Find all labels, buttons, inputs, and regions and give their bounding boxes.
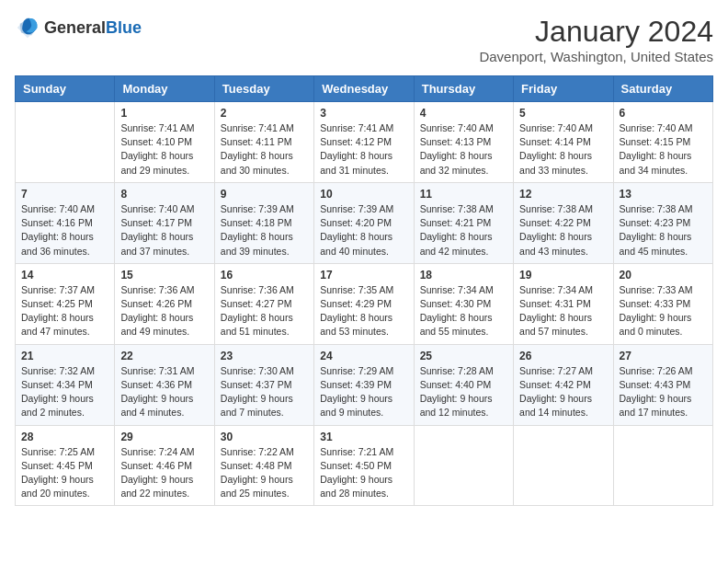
day-detail: Sunrise: 7:39 AMSunset: 4:18 PMDaylight:… (221, 202, 308, 259)
day-number: 23 (221, 350, 308, 362)
day-header-saturday: Saturday (613, 76, 712, 102)
day-number: 22 (120, 350, 208, 362)
day-detail: Sunrise: 7:29 AMSunset: 4:39 PMDaylight:… (320, 364, 407, 420)
day-detail: Sunrise: 7:37 AMSunset: 4:25 PMDaylight:… (21, 283, 108, 339)
day-cell: 28Sunrise: 7:25 AMSunset: 4:45 PMDayligh… (16, 425, 115, 506)
day-number: 13 (620, 188, 707, 201)
day-cell: 8Sunrise: 7:40 AMSunset: 4:17 PMDaylight… (115, 182, 214, 263)
day-cell: 29Sunrise: 7:24 AMSunset: 4:46 PMDayligh… (115, 425, 214, 506)
day-number: 30 (221, 431, 308, 443)
day-cell (613, 425, 712, 506)
day-cell (514, 425, 613, 506)
day-number: 17 (320, 269, 407, 282)
day-header-thursday: Thursday (414, 76, 513, 102)
day-number: 2 (221, 107, 308, 120)
day-header-friday: Friday (514, 76, 613, 102)
day-cell: 15Sunrise: 7:36 AMSunset: 4:26 PMDayligh… (115, 263, 214, 344)
day-detail: Sunrise: 7:41 AMSunset: 4:10 PMDaylight:… (120, 121, 208, 178)
logo-text: GeneralBlue (44, 18, 142, 38)
day-cell: 31Sunrise: 7:21 AMSunset: 4:50 PMDayligh… (314, 425, 414, 506)
day-detail: Sunrise: 7:40 AMSunset: 4:14 PMDaylight:… (519, 121, 607, 178)
day-number: 19 (519, 269, 607, 282)
day-detail: Sunrise: 7:40 AMSunset: 4:13 PMDaylight:… (420, 121, 507, 178)
day-detail: Sunrise: 7:35 AMSunset: 4:29 PMDaylight:… (320, 283, 407, 339)
day-cell: 9Sunrise: 7:39 AMSunset: 4:18 PMDaylight… (214, 182, 313, 263)
calendar-table: SundayMondayTuesdayWednesdayThursdayFrid… (15, 75, 713, 506)
week-row-2: 7Sunrise: 7:40 AMSunset: 4:16 PMDaylight… (16, 182, 713, 263)
calendar-header: SundayMondayTuesdayWednesdayThursdayFrid… (16, 76, 713, 102)
day-cell: 10Sunrise: 7:39 AMSunset: 4:20 PMDayligh… (314, 182, 414, 263)
day-cell: 7Sunrise: 7:40 AMSunset: 4:16 PMDaylight… (16, 182, 115, 263)
day-cell: 20Sunrise: 7:33 AMSunset: 4:33 PMDayligh… (613, 263, 712, 344)
week-row-3: 14Sunrise: 7:37 AMSunset: 4:25 PMDayligh… (16, 263, 713, 344)
day-cell: 19Sunrise: 7:34 AMSunset: 4:31 PMDayligh… (514, 263, 613, 344)
day-number: 3 (320, 107, 407, 120)
day-detail: Sunrise: 7:25 AMSunset: 4:45 PMDaylight:… (21, 445, 108, 501)
logo-blue: Blue (106, 18, 142, 37)
day-cell: 24Sunrise: 7:29 AMSunset: 4:39 PMDayligh… (314, 344, 414, 425)
day-header-sunday: Sunday (16, 76, 115, 102)
day-number: 9 (221, 188, 308, 201)
day-header-tuesday: Tuesday (214, 76, 313, 102)
day-cell: 6Sunrise: 7:40 AMSunset: 4:15 PMDaylight… (613, 102, 712, 183)
day-detail: Sunrise: 7:32 AMSunset: 4:34 PMDaylight:… (21, 364, 108, 420)
day-cell: 4Sunrise: 7:40 AMSunset: 4:13 PMDaylight… (414, 102, 513, 183)
day-cell: 23Sunrise: 7:30 AMSunset: 4:37 PMDayligh… (214, 344, 313, 425)
day-cell: 12Sunrise: 7:38 AMSunset: 4:22 PMDayligh… (514, 182, 613, 263)
day-cell: 11Sunrise: 7:38 AMSunset: 4:21 PMDayligh… (414, 182, 513, 263)
calendar-body: 1Sunrise: 7:41 AMSunset: 4:10 PMDaylight… (16, 102, 713, 506)
day-number: 8 (120, 188, 208, 201)
day-number: 28 (21, 431, 108, 443)
day-detail: Sunrise: 7:27 AMSunset: 4:42 PMDaylight:… (519, 364, 607, 420)
day-number: 15 (120, 269, 208, 282)
week-row-4: 21Sunrise: 7:32 AMSunset: 4:34 PMDayligh… (16, 344, 713, 425)
day-number: 27 (620, 350, 707, 362)
day-number: 31 (320, 431, 407, 443)
day-number: 25 (420, 350, 507, 362)
day-cell: 30Sunrise: 7:22 AMSunset: 4:48 PMDayligh… (214, 425, 313, 506)
month-title: January 2024 (479, 15, 713, 49)
day-number: 24 (320, 350, 407, 362)
day-cell: 17Sunrise: 7:35 AMSunset: 4:29 PMDayligh… (314, 263, 414, 344)
day-detail: Sunrise: 7:40 AMSunset: 4:15 PMDaylight:… (620, 121, 707, 178)
day-cell: 25Sunrise: 7:28 AMSunset: 4:40 PMDayligh… (414, 344, 513, 425)
day-number: 7 (21, 188, 108, 201)
week-row-1: 1Sunrise: 7:41 AMSunset: 4:10 PMDaylight… (16, 102, 713, 183)
logo: GeneralBlue (15, 15, 142, 40)
day-header-monday: Monday (115, 76, 214, 102)
day-detail: Sunrise: 7:38 AMSunset: 4:23 PMDaylight:… (620, 202, 707, 259)
day-cell: 26Sunrise: 7:27 AMSunset: 4:42 PMDayligh… (514, 344, 613, 425)
day-detail: Sunrise: 7:26 AMSunset: 4:43 PMDaylight:… (620, 364, 707, 420)
day-cell: 3Sunrise: 7:41 AMSunset: 4:12 PMDaylight… (314, 102, 414, 183)
day-detail: Sunrise: 7:40 AMSunset: 4:17 PMDaylight:… (120, 202, 208, 259)
day-number: 11 (420, 188, 507, 201)
day-number: 18 (420, 269, 507, 282)
day-number: 14 (21, 269, 108, 282)
day-detail: Sunrise: 7:33 AMSunset: 4:33 PMDaylight:… (620, 283, 707, 339)
day-cell: 18Sunrise: 7:34 AMSunset: 4:30 PMDayligh… (414, 263, 513, 344)
day-number: 29 (120, 431, 208, 443)
day-detail: Sunrise: 7:22 AMSunset: 4:48 PMDaylight:… (221, 445, 308, 501)
day-detail: Sunrise: 7:39 AMSunset: 4:20 PMDaylight:… (320, 202, 407, 259)
day-cell (16, 102, 115, 183)
day-cell: 27Sunrise: 7:26 AMSunset: 4:43 PMDayligh… (613, 344, 712, 425)
day-detail: Sunrise: 7:38 AMSunset: 4:22 PMDaylight:… (519, 202, 607, 259)
day-number: 16 (221, 269, 308, 282)
day-number: 12 (519, 188, 607, 201)
logo-icon (15, 15, 40, 40)
day-cell: 22Sunrise: 7:31 AMSunset: 4:36 PMDayligh… (115, 344, 214, 425)
day-cell (414, 425, 513, 506)
day-header-wednesday: Wednesday (314, 76, 414, 102)
day-cell: 5Sunrise: 7:40 AMSunset: 4:14 PMDaylight… (514, 102, 613, 183)
day-number: 10 (320, 188, 407, 201)
header-row: SundayMondayTuesdayWednesdayThursdayFrid… (16, 76, 713, 102)
day-detail: Sunrise: 7:28 AMSunset: 4:40 PMDaylight:… (420, 364, 507, 420)
day-detail: Sunrise: 7:24 AMSunset: 4:46 PMDaylight:… (120, 445, 208, 501)
day-cell: 1Sunrise: 7:41 AMSunset: 4:10 PMDaylight… (115, 102, 214, 183)
day-cell: 2Sunrise: 7:41 AMSunset: 4:11 PMDaylight… (214, 102, 313, 183)
day-number: 1 (120, 107, 208, 120)
week-row-5: 28Sunrise: 7:25 AMSunset: 4:45 PMDayligh… (16, 425, 713, 506)
day-cell: 14Sunrise: 7:37 AMSunset: 4:25 PMDayligh… (16, 263, 115, 344)
day-number: 26 (519, 350, 607, 362)
day-number: 4 (420, 107, 507, 120)
